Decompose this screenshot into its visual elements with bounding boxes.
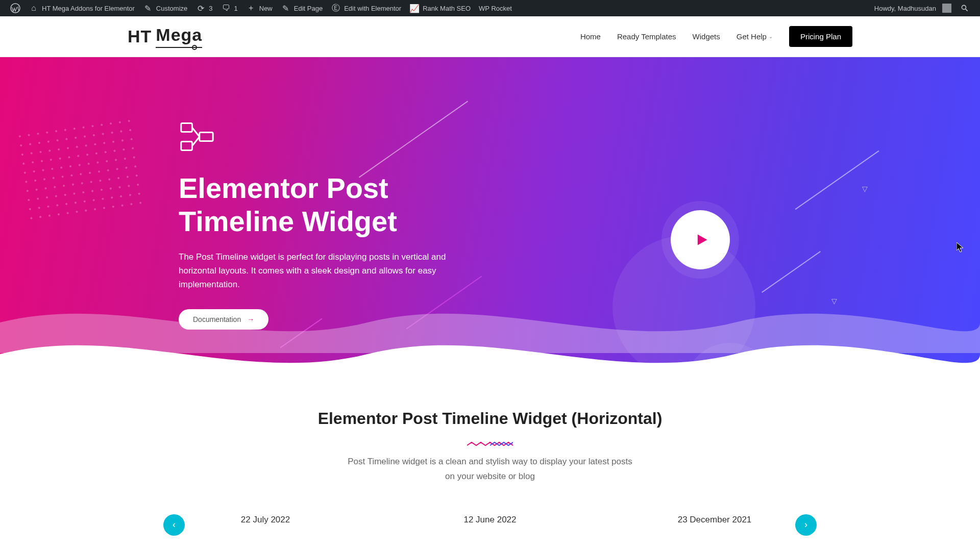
- doc-btn-label: Documentation: [193, 315, 241, 323]
- svg-line-6: [192, 128, 199, 137]
- search-icon: [960, 3, 970, 13]
- edit-page-link[interactable]: ✎Edit Page: [277, 0, 327, 16]
- section-description: Post Timeline widget is a clean and styl…: [347, 455, 633, 484]
- updates-link[interactable]: ⟳3: [191, 0, 216, 16]
- timeline-carousel: ‹ 22 July 2022 12 June 2022 23 December …: [0, 515, 980, 535]
- timeline-item[interactable]: 12 June 2022: [378, 515, 602, 535]
- home-icon: ⌂: [29, 3, 39, 13]
- svg-rect-5: [200, 133, 213, 141]
- adminbar-right: Howdy, Madhusudan: [870, 0, 974, 16]
- nav-widgets[interactable]: Widgets: [693, 32, 720, 41]
- hero-description: The Post Timeline widget is perfect for …: [179, 250, 459, 292]
- edit-page-label: Edit Page: [294, 5, 323, 12]
- mouse-cursor: [957, 242, 965, 255]
- updates-count: 3: [209, 5, 212, 12]
- svg-rect-4: [181, 142, 192, 151]
- main-nav: Home Ready Templates Widgets Get Help ⌄ …: [580, 26, 852, 47]
- divider-zigzag: [467, 439, 513, 444]
- svg-line-2: [966, 9, 968, 11]
- site-name-label: HT Mega Addons for Elementor: [42, 5, 135, 12]
- adminbar-left: ⌂HT Mega Addons for Elementor ✎Customize…: [6, 0, 516, 16]
- wprocket-link[interactable]: WP Rocket: [475, 0, 516, 16]
- brush-icon: ✎: [143, 3, 153, 13]
- nav-get-help-label: Get Help: [737, 32, 767, 41]
- carousel-next-button[interactable]: ›: [795, 514, 817, 536]
- plus-icon: +: [246, 3, 256, 13]
- customize-link[interactable]: ✎Customize: [139, 0, 191, 16]
- wordpress-icon: [10, 3, 20, 13]
- timeline-section: Elementor Post Timeline Widget (Horizont…: [0, 373, 980, 535]
- decor-triangle: ▽: [862, 185, 868, 193]
- arrow-right-icon: →: [247, 315, 254, 323]
- comment-icon: 🗨: [221, 3, 231, 13]
- wp-admin-bar: ⌂HT Mega Addons for Elementor ✎Customize…: [0, 0, 980, 16]
- new-link[interactable]: +New: [242, 0, 277, 16]
- comments-link[interactable]: 🗨1: [217, 0, 242, 16]
- user-greeting[interactable]: Howdy, Madhusudan: [870, 0, 955, 16]
- comments-count: 1: [234, 5, 238, 12]
- site-name[interactable]: ⌂HT Mega Addons for Elementor: [24, 0, 139, 16]
- customize-label: Customize: [156, 5, 187, 12]
- hero-title: Elementor Post Timeline Widget: [179, 171, 459, 238]
- elementor-icon: Ⓔ: [331, 3, 341, 13]
- greeting-text: Howdy, Madhusudan: [874, 5, 936, 12]
- timeline-icon: [179, 118, 459, 157]
- edit-elementor-link[interactable]: ⒺEdit with Elementor: [327, 0, 405, 16]
- play-video-button[interactable]: [671, 210, 730, 269]
- updates-icon: ⟳: [195, 3, 206, 13]
- search-toggle[interactable]: [955, 0, 974, 16]
- nav-home[interactable]: Home: [580, 32, 601, 41]
- wp-logo[interactable]: [6, 0, 24, 16]
- hero-content: Elementor Post Timeline Widget The Post …: [0, 57, 459, 330]
- edit-elementor-label: Edit with Elementor: [344, 5, 401, 12]
- timeline-date: 12 June 2022: [378, 515, 602, 525]
- carousel-prev-button[interactable]: ‹: [163, 514, 185, 536]
- pricing-button[interactable]: Pricing Plan: [789, 26, 852, 47]
- timeline-date: 23 December 2021: [602, 515, 827, 525]
- site-header: HT Mega Home Ready Templates Widgets Get…: [0, 16, 980, 57]
- svg-line-7: [192, 137, 199, 146]
- wprocket-label: WP Rocket: [479, 5, 512, 12]
- nav-ready-templates[interactable]: Ready Templates: [617, 32, 676, 41]
- new-label: New: [259, 5, 273, 12]
- section-title: Elementor Post Timeline Widget (Horizont…: [0, 409, 980, 428]
- user-avatar: [942, 4, 951, 13]
- documentation-button[interactable]: Documentation →: [179, 309, 268, 330]
- rankmath-label: Rank Math SEO: [423, 5, 471, 12]
- svg-point-1: [962, 5, 966, 9]
- hero: ▽ ▽ Elementor Post Timeline Widget The P…: [0, 57, 980, 373]
- rankmath-link[interactable]: 📈Rank Math SEO: [405, 0, 475, 16]
- chevron-down-icon: ⌄: [769, 34, 773, 39]
- pencil-icon: ✎: [281, 3, 291, 13]
- nav-get-help[interactable]: Get Help ⌄: [737, 32, 773, 41]
- timeline-date: 22 July 2022: [153, 515, 378, 525]
- timeline-item[interactable]: 23 December 2021: [602, 515, 827, 535]
- play-icon: [695, 233, 709, 247]
- logo[interactable]: HT Mega: [128, 25, 202, 48]
- svg-rect-3: [181, 123, 192, 132]
- timeline-item[interactable]: 22 July 2022: [153, 515, 378, 535]
- chart-icon: 📈: [409, 3, 420, 13]
